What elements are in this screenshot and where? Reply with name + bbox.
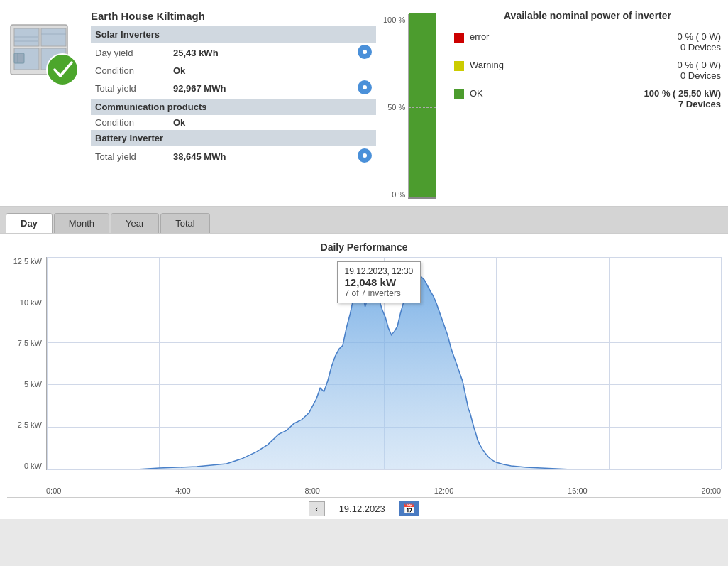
y-label-0: 12,5 kW: [13, 257, 42, 266]
warning-label: Warning: [470, 60, 526, 70]
x-label-0: 0:00: [46, 486, 61, 495]
chart-canvas-area: 19.12.2023, 12:30 12,048 kW 7 of 7 inver…: [46, 257, 721, 470]
error-label: error: [470, 31, 526, 42]
day-yield-clock-icon[interactable]: [358, 45, 372, 59]
error-pct: 0 % ( 0 W): [532, 31, 721, 42]
bar-50-label: 50 %: [387, 103, 405, 111]
legend-ok: OK 100 % ( 25,50 kW) 7 Devices: [454, 88, 721, 109]
y-label-5: 0 kW: [24, 462, 42, 470]
day-yield-row: Day yield 25,43 kWh: [91, 43, 376, 63]
y-axis: 12,5 kW 10 kW 7,5 kW 5 kW 2,5 kW 0 kW: [7, 257, 46, 470]
total-yield-clock-icon[interactable]: [358, 80, 372, 94]
power-legend: Available nominal power of inverter erro…: [454, 7, 721, 199]
prev-nav-button[interactable]: ‹: [309, 501, 324, 516]
error-devices: 0 Devices: [532, 42, 721, 53]
bar-chart-area: 100 % 50 % 0 %: [383, 7, 447, 199]
calendar-button[interactable]: 📅: [399, 501, 419, 516]
y-label-1: 10 kW: [20, 298, 42, 307]
y-label-3: 5 kW: [24, 380, 42, 388]
y-label-2: 7,5 kW: [18, 339, 42, 347]
bar-100-label: 100 %: [383, 16, 405, 24]
tab-total[interactable]: Total: [160, 213, 209, 233]
tab-month[interactable]: Month: [54, 213, 109, 233]
error-color-box: [454, 33, 464, 43]
legend-warning: Warning 0 % ( 0 W) 0 Devices: [454, 60, 721, 81]
y-label-4: 2,5 kW: [18, 420, 42, 429]
svg-rect-8: [14, 53, 24, 63]
tabs-row: Day Month Year Total: [0, 207, 728, 233]
battery-yield-row: Total yield 38,645 MWh: [91, 146, 376, 167]
ok-devices: 7 Devices: [532, 99, 721, 109]
svg-rect-1: [14, 28, 39, 46]
chart-svg: [47, 257, 721, 469]
bottom-bar: ‹ 19.12.2023 📅: [7, 497, 721, 519]
top-panel: Earth House Kiltimagh Solar Inverters Da…: [0, 0, 728, 207]
solar-inverters-header: Solar Inverters: [91, 26, 376, 43]
battery-yield-clock-icon[interactable]: [358, 148, 372, 163]
total-yield-row: Total yield 92,967 MWh: [91, 78, 376, 99]
power-section: 100 % 50 % 0 % Available nominal power o…: [383, 7, 721, 199]
condition-row: Condition Ok: [91, 63, 376, 78]
x-label-1: 4:00: [175, 486, 190, 495]
comm-condition-row: Condition Ok: [91, 115, 376, 130]
bar-0-label: 0 %: [392, 190, 405, 199]
chart-wrapper: 12,5 kW 10 kW 7,5 kW 5 kW 2,5 kW 0 kW: [7, 257, 721, 484]
svg-rect-2: [41, 28, 66, 46]
battery-header: Battery Inverter: [91, 130, 376, 146]
calendar-icon: 📅: [403, 503, 415, 514]
tooltip-dot: [353, 280, 363, 288]
x-label-4: 16:00: [568, 486, 588, 495]
device-info: Earth House Kiltimagh Solar Inverters Da…: [91, 7, 376, 167]
chart-section: Daily Performance 12,5 kW 10 kW 7,5 kW 5…: [0, 233, 728, 519]
svg-point-10: [47, 54, 78, 85]
x-label-2: 8:00: [305, 486, 320, 495]
tab-year[interactable]: Year: [111, 213, 159, 233]
legend-error: error 0 % ( 0 W) 0 Devices: [454, 31, 721, 53]
x-label-5: 20:00: [701, 486, 721, 495]
x-label-3: 12:00: [434, 486, 454, 495]
power-legend-title: Available nominal power of inverter: [454, 10, 721, 21]
device-section: Earth House Kiltimagh Solar Inverters Da…: [7, 7, 376, 199]
tab-day[interactable]: Day: [6, 213, 53, 233]
date-label: 19.12.2023: [339, 504, 385, 514]
warning-pct: 0 % ( 0 W): [532, 60, 721, 70]
info-table: Solar Inverters Day yield 25,43 kWh Cond…: [91, 26, 376, 167]
warning-devices: 0 Devices: [532, 70, 721, 81]
bar-ok: [409, 13, 436, 197]
ok-pct: 100 % ( 25,50 kW): [532, 88, 721, 99]
comm-header: Communication products: [91, 99, 376, 115]
device-name: Earth House Kiltimagh: [91, 7, 376, 26]
x-axis: 0:00 4:00 8:00 12:00 16:00 20:00: [7, 484, 721, 497]
ok-color-box: [454, 89, 464, 99]
device-icon: [7, 14, 85, 92]
warning-color-box: [454, 61, 464, 71]
ok-label: OK: [470, 88, 526, 99]
chart-title: Daily Performance: [7, 241, 721, 253]
